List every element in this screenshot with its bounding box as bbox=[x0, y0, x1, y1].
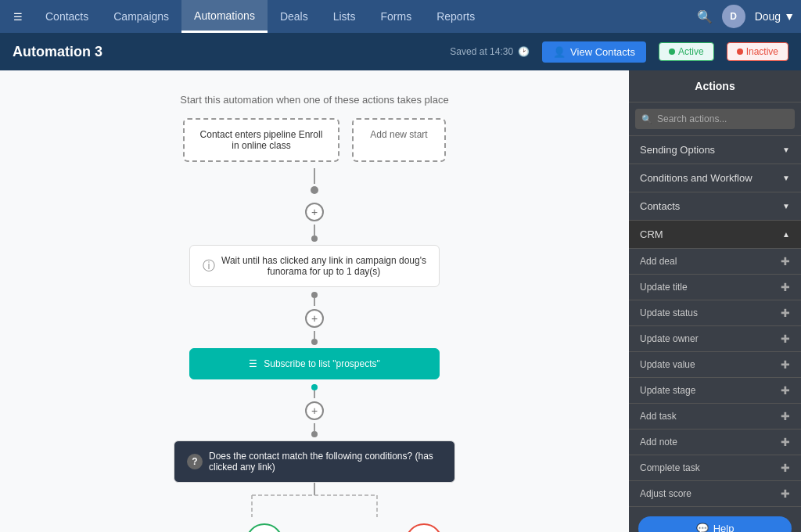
branch-container: Yes + $ Add 10 points to contact score P… bbox=[186, 523, 443, 532]
sidebar-item-update-owner[interactable]: Update owner ✚ bbox=[629, 325, 801, 351]
nav-right: 🔍 D Doug ▼ bbox=[697, 5, 795, 28]
svg-point-1 bbox=[311, 186, 318, 194]
sidebar-item-update-value[interactable]: Update value ✚ bbox=[629, 351, 801, 377]
status-active-button[interactable]: Active bbox=[659, 42, 714, 61]
crm-label: CRM bbox=[640, 228, 663, 240]
branch-yes: Yes + $ Add 10 points to contact score P… bbox=[186, 523, 343, 532]
question-icon: ? bbox=[187, 454, 203, 469]
contacts-icon: 👤 bbox=[553, 46, 566, 58]
avatar: D bbox=[722, 5, 745, 28]
top-nav: ☰ Contacts Campaigns Automations Deals L… bbox=[0, 0, 801, 33]
sidebar-item-update-stage[interactable]: Update stage ✚ bbox=[629, 377, 801, 403]
connector-2 bbox=[314, 298, 315, 306]
plus-update-status: ✚ bbox=[781, 307, 790, 319]
sending-options-label: Sending Options bbox=[640, 144, 715, 156]
plus-update-value: ✚ bbox=[781, 358, 790, 371]
start-connector-svg bbox=[174, 168, 455, 200]
connector-4 bbox=[314, 390, 315, 398]
sidebar: Actions Sending Options ▼ Conditions and… bbox=[629, 70, 801, 532]
plus-update-owner: ✚ bbox=[781, 332, 790, 345]
subscribe-node[interactable]: ☰ Subscribe to list "prospects" bbox=[189, 348, 440, 379]
sidebar-item-complete-task[interactable]: Complete task ✚ bbox=[629, 455, 801, 480]
flow-header-text: Start this automation when one of these … bbox=[180, 94, 448, 106]
sidebar-item-adjust-score[interactable]: Adjust score ✚ bbox=[629, 480, 801, 506]
subheader: Automation 3 Saved at 14:30 🕑 👤 View Con… bbox=[0, 33, 801, 70]
search-input[interactable] bbox=[635, 109, 795, 129]
help-icon: 💬 bbox=[696, 523, 709, 532]
chevron-conditions-icon: ▼ bbox=[782, 174, 790, 182]
flow-container: Start this automation when one of these … bbox=[16, 86, 613, 532]
sidebar-section-conditions: Conditions and Workflow ▼ bbox=[629, 164, 801, 192]
history-icon[interactable]: 🕑 bbox=[518, 46, 530, 57]
nav-item-contacts[interactable]: Contacts bbox=[33, 0, 101, 33]
nav-toggle[interactable]: ☰ bbox=[6, 5, 30, 28]
no-button[interactable]: No bbox=[405, 523, 443, 532]
nav-item-reports[interactable]: Reports bbox=[424, 0, 487, 33]
start-nodes: Contact enters pipeline Enroll in online… bbox=[183, 118, 446, 162]
plus-add-note: ✚ bbox=[781, 436, 790, 448]
menu-icon: ☰ bbox=[13, 11, 23, 23]
chevron-crm-icon: ▲ bbox=[782, 230, 790, 239]
plus-update-title: ✚ bbox=[781, 281, 790, 293]
nav-items: Contacts Campaigns Automations Deals Lis… bbox=[33, 0, 697, 33]
user-menu[interactable]: Doug ▼ bbox=[755, 10, 795, 23]
sidebar-item-add-note[interactable]: Add note ✚ bbox=[629, 429, 801, 455]
plus-add-task: ✚ bbox=[781, 410, 790, 422]
nav-item-deals[interactable]: Deals bbox=[268, 0, 321, 33]
nav-item-automations[interactable]: Automations bbox=[181, 0, 268, 33]
connector-1 bbox=[314, 225, 315, 235]
dot-3 bbox=[311, 339, 318, 345]
view-contacts-button[interactable]: 👤 View Contacts bbox=[542, 41, 646, 63]
sidebar-section-conditions-header[interactable]: Conditions and Workflow ▼ bbox=[629, 164, 801, 192]
nav-item-campaigns[interactable]: Campaigns bbox=[101, 0, 181, 33]
sidebar-item-update-status[interactable]: Update status ✚ bbox=[629, 300, 801, 325]
plus-complete-task: ✚ bbox=[781, 462, 790, 474]
list-icon: ☰ bbox=[249, 358, 257, 369]
sidebar-section-crm-header[interactable]: CRM ▲ bbox=[629, 221, 801, 248]
wait-node[interactable]: ⓘ Wait until has clicked any link in cam… bbox=[189, 245, 440, 287]
sidebar-section-sending: Sending Options ▼ bbox=[629, 136, 801, 164]
conditions-label: Conditions and Workflow bbox=[640, 172, 753, 184]
sidebar-section-contacts: Contacts ▼ bbox=[629, 192, 801, 221]
nav-item-lists[interactable]: Lists bbox=[321, 0, 368, 33]
yes-button[interactable]: Yes bbox=[246, 523, 283, 532]
plus-adjust-score: ✚ bbox=[781, 487, 790, 500]
dot-5 bbox=[311, 431, 318, 437]
inactive-dot bbox=[737, 49, 743, 55]
active-dot bbox=[669, 49, 675, 55]
add-button-3[interactable]: + bbox=[305, 401, 324, 420]
search-icon[interactable]: 🔍 bbox=[697, 9, 713, 24]
dot-4 bbox=[311, 384, 318, 390]
sidebar-section-sending-header[interactable]: Sending Options ▼ bbox=[629, 136, 801, 164]
branch-connector-svg bbox=[174, 483, 455, 517]
add-button-2[interactable]: + bbox=[305, 309, 324, 328]
sidebar-section-contacts-header[interactable]: Contacts ▼ bbox=[629, 192, 801, 220]
condition-node[interactable]: ? Does the contact match the following c… bbox=[174, 440, 455, 483]
add-button-1[interactable]: + bbox=[305, 203, 324, 221]
sidebar-item-add-task[interactable]: Add task ✚ bbox=[629, 403, 801, 429]
help-button[interactable]: 💬 Help bbox=[638, 516, 792, 532]
dot-1 bbox=[311, 235, 318, 242]
sidebar-title: Actions bbox=[629, 70, 801, 102]
add-new-start[interactable]: Add new start bbox=[352, 118, 446, 162]
canvas[interactable]: Start this automation when one of these … bbox=[0, 70, 629, 532]
sidebar-item-add-deal[interactable]: Add deal ✚ bbox=[629, 248, 801, 274]
connector-3 bbox=[314, 331, 315, 339]
plus-add-deal: ✚ bbox=[781, 255, 790, 268]
sidebar-section-crm: CRM ▲ Add deal ✚ Update title ✚ Update s… bbox=[629, 221, 801, 507]
main-layout: Start this automation when one of these … bbox=[0, 70, 801, 532]
status-inactive-button[interactable]: Inactive bbox=[727, 42, 788, 61]
chevron-contacts-icon: ▼ bbox=[782, 202, 790, 210]
start-node-1[interactable]: Contact enters pipeline Enroll in online… bbox=[183, 118, 339, 162]
chevron-sending-icon: ▼ bbox=[782, 146, 790, 154]
dot-2 bbox=[311, 292, 318, 298]
nav-item-forms[interactable]: Forms bbox=[368, 0, 425, 33]
chevron-down-icon: ▼ bbox=[784, 10, 795, 23]
user-name: Doug bbox=[755, 10, 781, 23]
sidebar-item-update-title[interactable]: Update title ✚ bbox=[629, 274, 801, 300]
branch-no: No + bbox=[405, 523, 443, 532]
automation-title: Automation 3 bbox=[13, 44, 437, 60]
info-icon: ⓘ bbox=[203, 258, 215, 275]
contacts-section-label: Contacts bbox=[640, 200, 680, 212]
connector-5 bbox=[314, 423, 315, 431]
